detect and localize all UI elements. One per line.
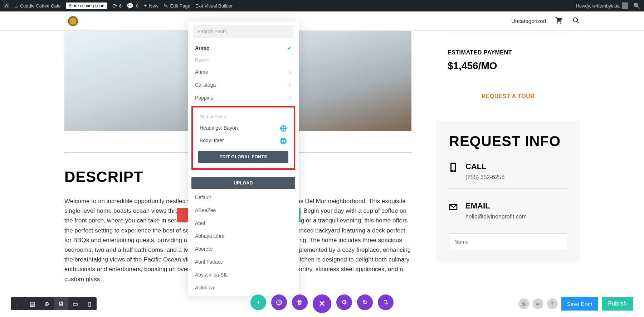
zoom-icon[interactable]: ⊕ bbox=[39, 297, 54, 310]
clock-icon: ◷ bbox=[287, 95, 292, 101]
site-menu[interactable]: ⌂Cuddle Coffee Cafe bbox=[14, 3, 61, 9]
font-option[interactable]: ABeeZee bbox=[188, 204, 299, 217]
svg-rect-3 bbox=[452, 164, 455, 170]
call-label: CALL bbox=[465, 162, 504, 171]
wp-logo-icon[interactable]: ⓦ bbox=[4, 2, 9, 10]
view-mode-toolbar: ⋮ ▤ ⊕ 🖥 ▭ ▯ bbox=[11, 297, 97, 310]
nav-uncategorized[interactable]: Uncategorized bbox=[511, 18, 546, 24]
stack-icon[interactable]: ≋ bbox=[533, 298, 543, 309]
search-icon[interactable] bbox=[572, 17, 580, 25]
power-button[interactable]: ⏻ bbox=[271, 294, 287, 310]
upload-font-button[interactable]: UPLOAD bbox=[191, 177, 295, 189]
mobile-icon[interactable]: ▯ bbox=[82, 297, 97, 310]
font-option[interactable]: Abril Fatface bbox=[188, 255, 299, 268]
layers-icon[interactable]: ◎ bbox=[518, 298, 529, 309]
help-icon[interactable]: ? bbox=[547, 298, 558, 309]
font-option[interactable]: Abyssinica SIL bbox=[188, 268, 299, 281]
site-logo[interactable] bbox=[68, 16, 78, 26]
clock-icon: ◷ bbox=[287, 69, 292, 75]
check-icon: ✔ bbox=[287, 45, 292, 51]
email-value: hello@divinonprofit.com bbox=[465, 213, 527, 220]
font-search-input[interactable]: Search Fonts bbox=[193, 25, 294, 38]
request-tour-button[interactable]: REQUEST A TOUR bbox=[448, 93, 569, 100]
recent-fonts-label: Recent bbox=[188, 54, 299, 66]
name-input[interactable] bbox=[449, 233, 567, 250]
email-icon bbox=[449, 201, 458, 212]
sliders-button[interactable]: ⇅ bbox=[378, 294, 394, 310]
comments-link[interactable]: 💬0 bbox=[127, 3, 138, 9]
howdy-user[interactable]: Howdy, writtenbyekta bbox=[576, 3, 628, 9]
estimated-payment-label: ESTIMATED PAYMENT bbox=[448, 49, 569, 56]
settings-button[interactable]: ⚙ bbox=[336, 294, 352, 310]
avatar-icon bbox=[622, 3, 628, 9]
font-option-selected[interactable]: Arimo ✔ bbox=[188, 42, 299, 54]
estimated-payment-value: $1,456/MO bbox=[448, 60, 569, 72]
menu-dots-icon[interactable]: ⋮ bbox=[11, 297, 25, 310]
font-option[interactable]: Aclonica bbox=[188, 281, 299, 294]
svg-line-1 bbox=[577, 21, 579, 23]
close-button[interactable]: ✕ bbox=[313, 294, 331, 313]
add-button[interactable]: + bbox=[250, 294, 266, 310]
delete-button[interactable]: 🗑 bbox=[292, 294, 308, 310]
font-option[interactable]: Abhaya Libre bbox=[188, 230, 299, 242]
publish-button[interactable]: Publish bbox=[602, 297, 633, 311]
divi-bottom-toolbar: ⋮ ▤ ⊕ 🖥 ▭ ▯ + ⏻ 🗑 ✕ ⚙ ↻ ⇅ ◎ ≋ ? Save Dra… bbox=[11, 297, 633, 311]
store-status-badge: Store coming soon bbox=[66, 3, 107, 9]
globe-icon: 🌐 bbox=[280, 138, 287, 144]
font-option[interactable]: Abel bbox=[188, 217, 299, 230]
global-body-font[interactable]: Body: Inter🌐 bbox=[195, 135, 292, 147]
exit-vb-link[interactable]: Exit Visual Builder bbox=[195, 3, 233, 9]
site-header: Uncategorized bbox=[0, 11, 644, 31]
clock-icon: ◷ bbox=[287, 82, 292, 88]
call-value: (255) 352-6258 bbox=[465, 174, 504, 181]
edit-global-fonts-button[interactable]: EDIT GLOBAL FONTS bbox=[198, 151, 288, 163]
desktop-icon[interactable]: 🖥 bbox=[54, 297, 68, 310]
admin-search-icon[interactable]: 🔍 bbox=[633, 3, 640, 9]
font-dropdown-panel: Search Fonts Arimo ✔ Recent Arimo◷ Calis… bbox=[188, 21, 299, 296]
font-option[interactable]: Poppins◷ bbox=[188, 91, 299, 104]
globe-icon: 🌐 bbox=[280, 125, 287, 132]
module-overlay[interactable] bbox=[177, 208, 188, 222]
tablet-icon[interactable]: ▭ bbox=[68, 297, 82, 310]
history-button[interactable]: ↻ bbox=[357, 294, 373, 310]
svg-point-4 bbox=[453, 170, 454, 172]
request-info-heading: REQUEST INFO bbox=[449, 133, 567, 149]
save-draft-button[interactable]: Save Draft bbox=[561, 297, 598, 311]
global-fonts-highlight: Global Fonts Headings: Bayon🌐 Body: Inte… bbox=[191, 106, 295, 170]
font-option[interactable]: Aboreto bbox=[188, 242, 299, 255]
updates-link[interactable]: ⟳6 bbox=[112, 3, 122, 9]
email-label: EMAIL bbox=[465, 201, 527, 211]
svg-point-0 bbox=[574, 18, 578, 22]
global-heading-font[interactable]: Headings: Bayon🌐 bbox=[195, 122, 292, 135]
font-option[interactable]: Calistoga◷ bbox=[188, 78, 299, 91]
font-option[interactable]: Default bbox=[188, 191, 299, 204]
wireframe-icon[interactable]: ▤ bbox=[25, 297, 39, 310]
new-link[interactable]: +New bbox=[143, 3, 158, 9]
phone-icon bbox=[449, 162, 458, 173]
font-option[interactable]: Arimo◷ bbox=[188, 66, 299, 78]
global-fonts-label: Global Fonts bbox=[195, 111, 292, 122]
cart-icon[interactable] bbox=[555, 16, 563, 25]
edit-page-link[interactable]: ✎Edit Page bbox=[164, 3, 190, 9]
wp-admin-bar: ⓦ ⌂Cuddle Coffee Cafe Store coming soon … bbox=[0, 0, 644, 11]
